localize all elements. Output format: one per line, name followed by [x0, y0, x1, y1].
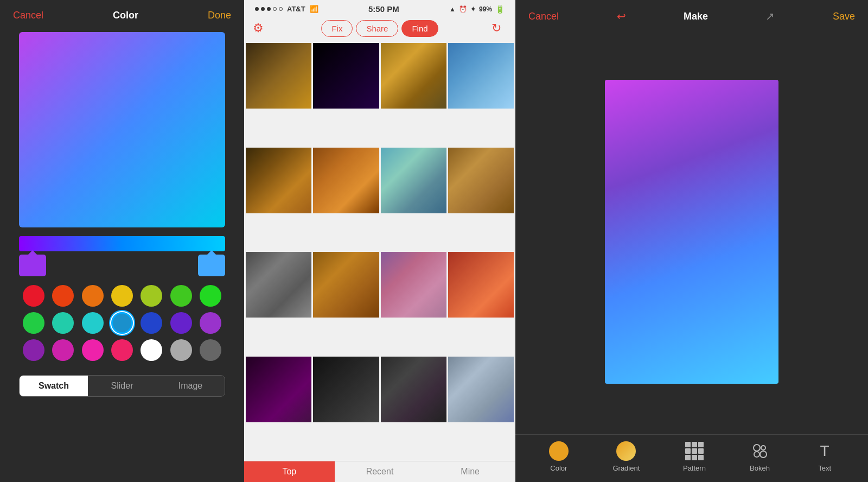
status-signal: AT&T 📶 [255, 5, 318, 13]
grid-cell [692, 455, 697, 460]
swatch-blue[interactable] [141, 312, 162, 334]
swatch-dark-gray[interactable] [200, 339, 221, 361]
photo-cell-1[interactable] [246, 43, 311, 109]
pattern-tool-icon [684, 440, 705, 462]
photo-cell-15[interactable] [381, 357, 446, 422]
refresh-icon[interactable]: ↻ [492, 21, 507, 36]
make-save-button[interactable]: Save [833, 11, 855, 22]
photo-cell-2[interactable] [313, 43, 379, 109]
swatch-pink-red[interactable] [111, 339, 133, 361]
gradient-circle [616, 441, 636, 461]
color-mode-tabs: Swatch Slider Image [19, 375, 225, 397]
gradient-tool-label: Gradient [612, 464, 640, 472]
find-tabs: Fix Share Find [321, 20, 438, 37]
gradient-tool[interactable]: Gradient [612, 440, 640, 472]
bokeh-tool[interactable]: Bokeh [749, 440, 771, 472]
recent-tab-button[interactable]: Recent [335, 461, 425, 482]
swatch-indigo[interactable] [170, 312, 192, 334]
make-cancel-button[interactable]: Cancel [528, 11, 559, 22]
text-tool[interactable]: T Text [814, 440, 835, 472]
tab-swatch[interactable]: Swatch [20, 376, 88, 396]
make-bottom-toolbar: Color Gradient [515, 434, 868, 482]
top-tab-button[interactable]: Top [244, 461, 335, 482]
hue-slider-bar[interactable] [19, 236, 225, 251]
swatch-purple[interactable] [200, 312, 221, 334]
swatch-teal[interactable] [82, 312, 104, 334]
grid-cell [698, 455, 704, 460]
photo-cell-5[interactable] [246, 148, 311, 213]
color-done-button[interactable]: Done [208, 10, 231, 21]
color-title: Color [113, 10, 138, 21]
photo-cell-13[interactable] [246, 357, 311, 422]
photos-grid [244, 41, 515, 461]
share-tab-button[interactable]: Share [356, 20, 398, 37]
color-cancel-button[interactable]: Cancel [13, 10, 43, 21]
swatch-yellow[interactable] [111, 285, 133, 307]
tab-image[interactable]: Image [156, 376, 225, 396]
color-gradient-preview [19, 32, 225, 227]
swatch-orange-red[interactable] [52, 285, 74, 307]
photo-cell-14[interactable] [313, 357, 379, 422]
swatch-light-gray[interactable] [170, 339, 192, 361]
photo-cell-16[interactable] [448, 357, 514, 422]
photo-cell-11[interactable] [381, 252, 446, 318]
swatch-row-1 [19, 285, 225, 307]
grid-cell [692, 442, 697, 447]
signal-dot-5 [279, 7, 283, 11]
hue-handles [19, 251, 225, 276]
photo-cell-8[interactable] [448, 148, 514, 213]
carrier-label: AT&T [287, 5, 305, 13]
signal-dot-2 [261, 7, 265, 11]
bokeh-tool-label: Bokeh [750, 464, 770, 472]
swatch-sky-blue[interactable] [111, 312, 133, 334]
photo-cell-3[interactable] [381, 43, 446, 109]
swatch-green[interactable] [170, 285, 192, 307]
color-tool[interactable]: Color [548, 440, 570, 472]
hue-handle-right[interactable] [198, 255, 225, 276]
bokeh-icon [750, 441, 770, 461]
swatch-magenta[interactable] [52, 339, 74, 361]
swatch-lime[interactable] [23, 312, 44, 334]
find-tab-button[interactable]: Find [401, 20, 438, 37]
pattern-tool[interactable]: Pattern [683, 440, 706, 472]
svg-point-2 [754, 452, 760, 457]
swatch-red[interactable] [23, 285, 44, 307]
settings-icon[interactable]: ⚙ [253, 21, 268, 36]
photo-cell-4[interactable] [448, 43, 514, 109]
color-swatches [19, 285, 225, 366]
signal-dot-4 [273, 7, 277, 11]
gradient-tool-icon [615, 440, 637, 462]
swatch-yellow-green[interactable] [141, 285, 162, 307]
swatch-violet[interactable] [23, 339, 44, 361]
hue-handle-left[interactable] [19, 255, 46, 276]
photo-cell-12[interactable] [448, 252, 514, 318]
photo-cell-9[interactable] [246, 252, 311, 318]
text-tool-icon: T [814, 440, 835, 462]
photo-cell-7[interactable] [381, 148, 446, 213]
swatch-orange[interactable] [82, 285, 104, 307]
swatch-bright-green[interactable] [200, 285, 221, 307]
text-tool-label: Text [818, 464, 831, 472]
grid-icon [685, 442, 704, 460]
make-panel: Cancel ↩ Make ↗ Save Color Gradient [515, 0, 868, 482]
text-icon: T [820, 443, 829, 459]
swatch-teal-green[interactable] [52, 312, 74, 334]
location-icon: ▲ [449, 5, 456, 13]
mine-tab-button[interactable]: Mine [425, 461, 515, 482]
undo-icon[interactable]: ↩ [617, 10, 626, 23]
swatch-hot-pink[interactable] [82, 339, 104, 361]
status-time: 5:50 PM [368, 4, 399, 14]
tab-slider[interactable]: Slider [88, 376, 156, 396]
fix-tab-button[interactable]: Fix [321, 20, 353, 37]
swatch-white[interactable] [141, 339, 162, 361]
pattern-tool-label: Pattern [683, 464, 706, 472]
make-preview [515, 29, 868, 434]
grid-cell [692, 448, 697, 454]
make-top-actions: ↩ [617, 10, 626, 23]
make-top-right-actions: ↗ [765, 10, 775, 23]
share-icon[interactable]: ↗ [765, 10, 775, 23]
color-tool-label: Color [550, 464, 567, 472]
make-title: Make [684, 11, 708, 22]
photo-cell-6[interactable] [313, 148, 379, 213]
photo-cell-10[interactable] [313, 252, 379, 318]
